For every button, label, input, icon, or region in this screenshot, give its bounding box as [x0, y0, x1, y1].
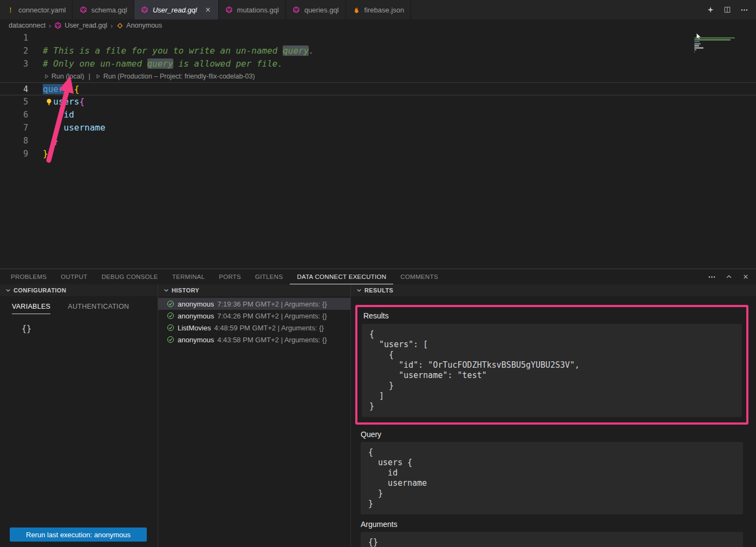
panel-tab-problems[interactable]: PROBLEMS — [10, 269, 54, 284]
breadcrumb-item-Anonymous[interactable]: Anonymous — [116, 22, 162, 29]
check-circle-icon — [167, 324, 174, 331]
rerun-button[interactable]: Rerun last execution: anonymous — [10, 528, 147, 542]
breadcrumb-item-User_read.gql[interactable]: User_read.gql — [54, 22, 107, 29]
history-item[interactable]: anonymous7:04:26 PM GMT+2 | Arguments: {… — [158, 310, 350, 322]
result-code-block: { users { id username } } — [361, 442, 743, 515]
split-editor-icon[interactable] — [723, 5, 732, 14]
minimap-line — [694, 51, 695, 53]
more-actions-icon[interactable] — [740, 5, 748, 14]
tab-mutations.gql[interactable]: mutations.gql — [219, 0, 286, 19]
result-section-label: Query — [361, 430, 756, 439]
history-header[interactable]: HISTORY — [158, 284, 350, 296]
tab-connector.yaml[interactable]: connector.yaml — [0, 0, 73, 19]
variables-value[interactable]: {} — [22, 324, 158, 334]
panel-tab-debug-console[interactable]: DEBUG CONSOLE — [94, 269, 165, 284]
codelens-row: Run (local)|Run (Production – Project: f… — [0, 70, 756, 82]
chevron-down-icon — [4, 287, 11, 294]
sparkle-icon[interactable] — [706, 5, 715, 14]
code-line-content: query { — [28, 83, 79, 95]
more-actions-icon[interactable] — [708, 273, 716, 281]
breadcrumb-item-dataconnect[interactable]: dataconnect — [9, 22, 45, 29]
code-token — [69, 84, 74, 94]
history-item[interactable]: anonymous4:43:58 PM GMT+2 | Arguments: {… — [158, 334, 350, 346]
code-line-6: 6 id — [0, 108, 756, 121]
panel-tab-bar: PROBLEMSOUTPUTDEBUG CONSOLETERMINALPORTS… — [0, 269, 756, 284]
history-item-meta: 4:43:58 PM GMT+2 | Arguments: {} — [217, 336, 327, 344]
code-line-1: 1 — [0, 31, 756, 44]
code-line-content: # This is a file for you to write an un-… — [28, 44, 314, 57]
close-icon[interactable] — [204, 6, 212, 14]
code-token: # Only one un-named — [43, 58, 147, 69]
panel-tab-terminal[interactable]: TERMINAL — [165, 269, 212, 284]
graphql-icon — [79, 6, 87, 14]
configuration-header[interactable]: CONFIGURATION — [0, 284, 158, 296]
minimap-line — [694, 49, 696, 50]
results-body: Results{ "users": [ { "id": "OrTucFODZHT… — [351, 296, 756, 547]
lightbulb-icon[interactable] — [44, 97, 53, 106]
breadcrumb: dataconnect›User_read.gql›Anonymous — [0, 19, 756, 31]
tab-User_read.gql[interactable]: User_read.gql — [134, 0, 219, 19]
results-section: RESULTS Results{ "users": [ { "id": "OrT… — [351, 284, 756, 547]
configuration-tab-authentication[interactable]: AUTHENTICATION — [68, 303, 129, 314]
history-item[interactable]: ListMovies4:48:59 PM GMT+2 | Arguments: … — [158, 322, 350, 334]
run-icon — [95, 73, 102, 80]
history-item-name: anonymous — [178, 300, 214, 308]
code-editor[interactable]: 12# This is a file for you to write an u… — [0, 31, 756, 269]
tab-bar: connector.yamlschema.gqlUser_read.gqlmut… — [0, 0, 756, 19]
code-token — [43, 135, 53, 146]
chevron-up-icon[interactable] — [725, 273, 733, 281]
line-number: 3 — [0, 57, 28, 70]
line-number: 7 — [0, 121, 28, 134]
panel-tab-data-connect-execution[interactable]: DATA CONNECT EXECUTION — [290, 269, 393, 284]
results-header-label: RESULTS — [364, 287, 393, 294]
codelens-run-production[interactable]: Run (Production – Project: friendly-flix… — [95, 73, 255, 80]
history-item-meta: 4:48:59 PM GMT+2 | Arguments: {} — [214, 324, 323, 332]
tab-firebase.json[interactable]: firebase.json — [346, 0, 412, 19]
breadcrumb-item-label: Anonymous — [126, 22, 162, 29]
check-circle-icon — [167, 300, 174, 308]
history-item-name: anonymous — [178, 312, 214, 320]
line-number: 8 — [0, 134, 28, 147]
editor-tabs: connector.yamlschema.gqlUser_read.gqlmut… — [0, 0, 411, 19]
check-circle-icon — [167, 312, 174, 320]
breadcrumb-item-label: dataconnect — [9, 22, 45, 29]
panel-tab-ports[interactable]: PORTS — [212, 269, 248, 284]
history-item[interactable]: anonymous7:19:36 PM GMT+2 | Arguments: {… — [158, 298, 350, 310]
panel-tab-output[interactable]: OUTPUT — [54, 269, 94, 284]
close-icon[interactable] — [741, 273, 750, 281]
yaml-warning-icon — [6, 6, 15, 14]
chevron-down-icon — [355, 287, 362, 294]
minimap-line — [694, 43, 701, 44]
code-line-9: 9} — [0, 147, 756, 160]
tab-label: firebase.json — [364, 6, 405, 14]
codelens-run-local[interactable]: Run (local) — [43, 73, 84, 80]
check-circle-icon — [167, 336, 174, 343]
code-token: query — [283, 45, 309, 56]
panel-actions — [708, 273, 750, 281]
line-number: 9 — [0, 147, 28, 160]
panel-tab-gitlens[interactable]: GITLENS — [248, 269, 290, 284]
line-number: 4 — [0, 83, 28, 95]
code-token: is allowed per file. — [173, 58, 283, 69]
configuration-tab-variables[interactable]: VARIABLES — [12, 303, 50, 314]
code-token — [43, 109, 64, 120]
code-token — [43, 122, 64, 133]
code-line-content: username — [28, 121, 106, 134]
minimap[interactable] — [693, 31, 756, 269]
history-list: anonymous7:19:36 PM GMT+2 | Arguments: {… — [158, 296, 350, 346]
line-number: 2 — [0, 44, 28, 57]
code-line-content: } — [28, 147, 48, 160]
tab-queries.gql[interactable]: queries.gql — [286, 0, 346, 19]
graphql-icon — [292, 6, 301, 14]
line-number: 6 — [0, 108, 28, 121]
code-token: { — [74, 84, 80, 94]
tab-schema.gql[interactable]: schema.gql — [73, 0, 134, 19]
configuration-header-label: CONFIGURATION — [14, 287, 66, 294]
results-header[interactable]: RESULTS — [351, 284, 756, 296]
codelens-run-production-label: Run (Production – Project: friendly-flix… — [103, 73, 255, 80]
panel-tab-comments[interactable]: COMMENTS — [393, 269, 445, 284]
code-token: } — [53, 135, 58, 146]
vscode-window: connector.yamlschema.gqlUser_read.gqlmut… — [0, 0, 756, 547]
minimap-line — [694, 45, 699, 46]
code-token: id — [64, 109, 74, 120]
